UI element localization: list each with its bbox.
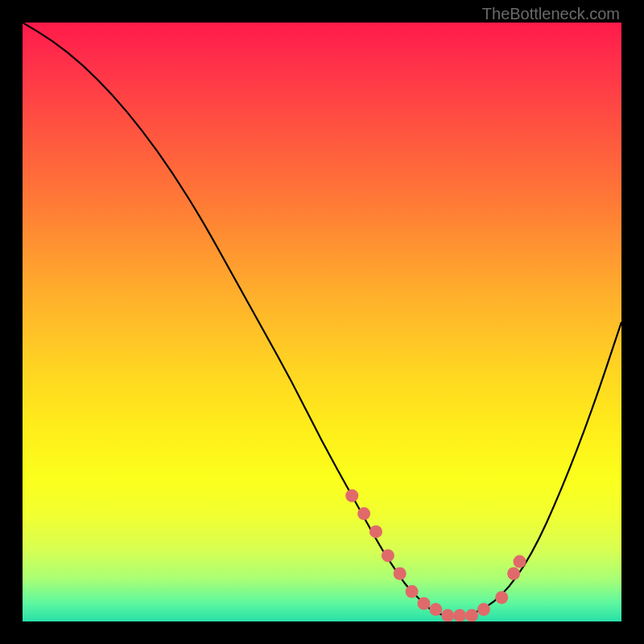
marker-dot xyxy=(514,555,526,568)
curve-svg xyxy=(23,23,621,621)
chart-plot-area xyxy=(23,23,621,621)
marker-dot xyxy=(394,567,407,580)
marker-dot xyxy=(406,585,419,598)
marker-dot xyxy=(429,603,442,616)
marker-dot xyxy=(357,507,370,520)
marker-dot xyxy=(382,549,394,562)
marker-dot xyxy=(507,567,520,580)
marker-dot xyxy=(369,525,382,538)
marker-dot xyxy=(495,591,508,604)
attribution-text: TheBottleneck.com xyxy=(482,5,620,23)
marker-dot xyxy=(453,609,466,621)
marker-dot xyxy=(465,609,478,621)
marker-dot xyxy=(417,597,430,610)
bottleneck-curve xyxy=(23,23,621,616)
sweet-spot-markers xyxy=(345,489,526,621)
marker-dot xyxy=(345,489,358,502)
marker-dot xyxy=(441,609,454,621)
marker-dot xyxy=(477,603,490,616)
